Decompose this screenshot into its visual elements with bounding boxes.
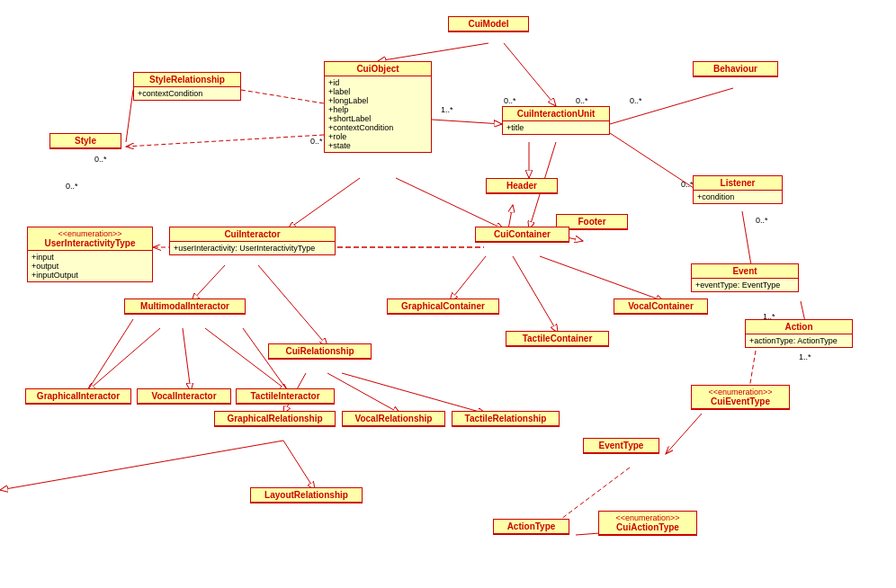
svg-text:0..*: 0..* — [681, 180, 694, 189]
svg-line-32 — [540, 256, 664, 301]
svg-line-10 — [610, 88, 733, 124]
svg-line-4 — [378, 43, 488, 61]
box-GraphicalInteractor: GraphicalInteractor — [25, 388, 131, 405]
box-LayoutRelationship-header: LayoutRelationship — [251, 488, 362, 503]
svg-line-25 — [192, 265, 225, 301]
box-VocalRelationship-header: VocalRelationship — [343, 412, 444, 426]
svg-text:0..*: 0..* — [66, 182, 78, 191]
box-ActionType-header: ActionType — [494, 520, 569, 534]
box-EventType: EventType — [583, 438, 659, 454]
box-UserInteractivityType-header: <<enumeration>> UserInteractivityType — [28, 227, 152, 251]
svg-line-6 — [432, 120, 502, 124]
box-Behaviour-header: Behaviour — [694, 62, 777, 76]
box-GraphicalRelationship: GraphicalRelationship — [214, 411, 336, 427]
box-GraphicalInteractor-header: GraphicalInteractor — [26, 389, 130, 404]
box-Header: Header — [486, 178, 558, 194]
box-CuiEventType-header: <<enumeration>> CuiEventType — [692, 386, 789, 409]
box-TactileContainer-header: TactileContainer — [506, 332, 608, 346]
box-CuiInteractionUnit-header: CuiInteractionUnit — [503, 107, 609, 121]
box-TactileRelationship-header: TactileRelationship — [452, 412, 559, 426]
svg-line-22 — [666, 414, 702, 454]
diagram-container: 1..* 0..* 0..* 0..* 0..* 0..* 0..* 0..* … — [0, 0, 896, 588]
box-CuiEventType: <<enumeration>> CuiEventType — [691, 385, 790, 410]
box-CuiInteractionUnit-body: +title — [503, 121, 609, 134]
svg-line-49 — [283, 441, 315, 490]
svg-text:0..*: 0..* — [310, 137, 323, 146]
box-MultimodalInteractor: MultimodalInteractor — [124, 298, 246, 315]
svg-text:0..*: 0..* — [94, 155, 107, 164]
box-CuiModel: CuiModel — [448, 16, 529, 32]
box-VocalInteractor: VocalInteractor — [137, 388, 231, 405]
box-UserInteractivityType: <<enumeration>> UserInteractivityType +i… — [27, 227, 153, 282]
box-CuiActionType: <<enumeration>> CuiActionType — [598, 511, 697, 536]
box-TactileInteractor-header: TactileInteractor — [237, 389, 334, 404]
box-Listener-header: Listener — [694, 176, 782, 191]
box-GraphicalContainer: GraphicalContainer — [387, 298, 499, 315]
svg-text:1..*: 1..* — [799, 352, 811, 361]
box-StyleRelationship-body: +contextCondition — [134, 87, 240, 100]
box-EventType-header: EventType — [584, 439, 659, 453]
box-GraphicalRelationship-header: GraphicalRelationship — [215, 412, 335, 426]
box-CuiRelationship: CuiRelationship — [268, 343, 372, 360]
box-Style: Style — [49, 133, 121, 149]
box-VocalInteractor-header: VocalInteractor — [138, 389, 230, 404]
svg-line-14 — [508, 205, 513, 229]
svg-line-35 — [342, 373, 486, 414]
box-GraphicalContainer-header: GraphicalContainer — [388, 299, 498, 314]
svg-line-31 — [513, 256, 558, 333]
box-VocalRelationship: VocalRelationship — [342, 411, 445, 427]
box-CuiInteractionUnit: CuiInteractionUnit +title — [502, 106, 610, 135]
box-CuiContainer: CuiContainer — [475, 227, 569, 243]
svg-line-7 — [126, 135, 324, 147]
box-LayoutRelationship: LayoutRelationship — [250, 487, 363, 503]
box-CuiObject: CuiObject +id+label+longLabel+help+short… — [324, 61, 432, 153]
svg-line-11 — [610, 133, 702, 193]
svg-line-34 — [327, 373, 400, 414]
box-UserInteractivityType-body: +input+output+inputOutput — [28, 251, 152, 281]
box-CuiRelationship-header: CuiRelationship — [269, 344, 371, 359]
box-TactileRelationship: TactileRelationship — [452, 411, 560, 427]
box-StyleRelationship: StyleRelationship +contextCondition — [133, 72, 241, 101]
box-Event-body: +eventType: EventType — [692, 279, 798, 291]
box-TactileInteractor: TactileInteractor — [236, 388, 335, 405]
box-VocalContainer-header: VocalContainer — [614, 299, 707, 314]
svg-text:0..*: 0..* — [630, 96, 642, 105]
box-Action-body: +actionType: ActionType — [746, 334, 852, 347]
box-StyleRelationship-header: StyleRelationship — [134, 73, 240, 87]
svg-line-9 — [126, 90, 133, 142]
svg-line-52 — [243, 328, 288, 391]
svg-line-16 — [288, 178, 360, 229]
box-Listener: Listener +condition — [693, 175, 783, 204]
svg-line-26 — [87, 328, 160, 391]
svg-text:0..*: 0..* — [504, 96, 516, 105]
svg-text:1..*: 1..* — [441, 105, 453, 114]
svg-text:0..*: 0..* — [756, 216, 768, 225]
box-Listener-body: +condition — [694, 191, 782, 203]
svg-line-36 — [0, 441, 283, 490]
box-CuiObject-header: CuiObject — [325, 62, 431, 76]
box-CuiInteractor-body: +userInteractivity: UserInteractivityTyp… — [170, 242, 335, 254]
box-Header-header: Header — [487, 179, 557, 193]
box-MultimodalInteractor-header: MultimodalInteractor — [125, 299, 245, 314]
box-Event-header: Event — [692, 264, 798, 279]
svg-line-5 — [504, 43, 556, 106]
svg-text:0..*: 0..* — [576, 96, 588, 105]
box-CuiContainer-header: CuiContainer — [476, 227, 569, 242]
svg-line-30 — [450, 256, 486, 301]
box-CuiInteractor-header: CuiInteractor — [170, 227, 335, 242]
box-CuiActionType-header: <<enumeration>> CuiActionType — [599, 512, 696, 535]
box-Action-header: Action — [746, 320, 852, 334]
box-CuiModel-header: CuiModel — [449, 17, 528, 31]
box-CuiObject-body: +id+label+longLabel+help+shortLabel+cont… — [325, 76, 431, 152]
svg-line-51 — [87, 319, 133, 391]
svg-line-29 — [258, 265, 327, 346]
box-CuiInteractor: CuiInteractor +userInteractivity: UserIn… — [169, 227, 336, 255]
box-ActionType: ActionType — [493, 519, 569, 535]
box-Style-header: Style — [50, 134, 121, 148]
svg-line-8 — [241, 90, 324, 103]
svg-line-27 — [183, 328, 191, 391]
svg-line-28 — [205, 328, 288, 391]
box-Behaviour: Behaviour — [693, 61, 778, 77]
svg-line-19 — [742, 211, 751, 265]
box-Action: Action +actionType: ActionType — [745, 319, 853, 348]
